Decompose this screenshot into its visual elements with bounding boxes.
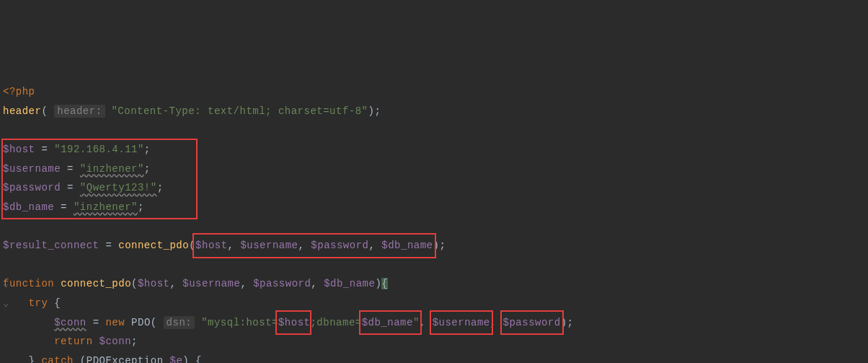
variable: $password: [311, 240, 368, 251]
blank-line: [3, 255, 865, 275]
string-literal: ": [413, 317, 420, 328]
keyword: catch: [41, 355, 74, 363]
variable: $password: [503, 317, 561, 328]
operator: =: [54, 201, 74, 213]
code-line: } catch (PDOException $e) {: [3, 351, 865, 363]
class-name: PDO: [131, 317, 151, 328]
variable: $username: [433, 317, 490, 328]
string-literal: ;dbname=: [310, 317, 361, 328]
paren: ): [375, 278, 381, 289]
variable: $db_name: [3, 201, 54, 213]
paren: (: [131, 278, 138, 289]
brace: {: [54, 297, 61, 309]
variable: $username: [3, 163, 61, 175]
comma: ,: [368, 240, 375, 251]
parameter: $username: [182, 278, 240, 289]
highlighted-var: $username: [433, 313, 490, 333]
comma: ,: [169, 278, 176, 289]
comma: ,: [228, 240, 234, 251]
code-line: <?php: [3, 82, 865, 102]
paren: (: [151, 317, 157, 328]
brace: {: [195, 355, 202, 363]
highlighted-var: $db_name: [362, 313, 413, 333]
highlighted-var: $password: [503, 313, 561, 333]
code-line: return $conn;: [3, 332, 865, 351]
semicolon: ;: [439, 240, 446, 251]
parameter: $host: [138, 278, 170, 289]
string-literal: "Content-Type: text/html; charset=utf-8": [111, 105, 368, 117]
function-call: header: [3, 105, 41, 117]
operator: =: [61, 182, 80, 193]
variable: $host: [195, 240, 228, 251]
variable: $password: [3, 182, 61, 193]
operator: =: [99, 240, 119, 251]
code-line: $password = "Qwerty123!";: [3, 178, 164, 198]
brace: }: [29, 355, 35, 363]
comma: ,: [298, 240, 305, 251]
function-name: connect_pdo: [61, 278, 131, 289]
param-hint: header:: [54, 105, 105, 118]
parameter: $password: [253, 278, 311, 289]
variable: $host: [3, 144, 35, 155]
operator: =: [61, 163, 80, 175]
code-line: $result_connect = connect_pdo($host, $us…: [3, 236, 446, 255]
variable: $e: [169, 355, 182, 363]
variable: $result_connect: [3, 240, 99, 251]
keyword: try: [29, 297, 48, 309]
comma: ,: [311, 278, 317, 289]
semicolon: ;: [144, 144, 151, 155]
fold-indicator[interactable]: ⌄: [3, 294, 9, 313]
comma: ,: [240, 278, 247, 289]
semicolon: ;: [131, 336, 138, 347]
code-line: ⌄ try {: [3, 294, 865, 313]
code-line: $host = "192.168.4.11";: [3, 140, 164, 159]
keyword: function: [3, 278, 54, 289]
semicolon: ;: [157, 182, 164, 193]
code-line: $username = "inzhener";: [3, 159, 164, 179]
paren: (: [41, 105, 48, 117]
variable: $conn: [99, 336, 132, 347]
keyword: return: [54, 336, 92, 347]
paren: ): [561, 317, 567, 328]
code-line: ⌄function connect_pdo($host, $username, …: [3, 274, 865, 294]
brace: {: [381, 278, 388, 289]
php-open-tag: <?php: [3, 86, 35, 97]
highlighted-var: $host: [278, 313, 311, 333]
semicolon: ;: [567, 317, 574, 328]
code-editor[interactable]: <?phpheader( header: "Content-Type: text…: [3, 82, 865, 363]
variable: $db_name: [362, 317, 413, 328]
string-literal: "inzhener": [80, 163, 144, 175]
string-literal: "192.168.4.11": [54, 144, 144, 155]
code-line: $conn = new PDO( dsn: "mysql:host=$host;…: [3, 313, 865, 333]
paren: ): [182, 355, 189, 363]
operator: =: [35, 144, 55, 155]
code-line: header( header: "Content-Type: text/html…: [3, 102, 865, 121]
string-literal: "Qwerty123!": [80, 182, 157, 193]
semicolon: ;: [144, 163, 151, 175]
blank-line: [3, 121, 865, 141]
highlighted-args: $host, $username, $password, $db_name: [195, 236, 433, 255]
comma: ,: [490, 317, 497, 328]
comma: ,: [420, 317, 426, 328]
variable: $db_name: [381, 240, 433, 251]
variable: $host: [278, 317, 311, 328]
keyword: new: [105, 317, 125, 328]
highlighted-block: $host = "192.168.4.11";$username = "inzh…: [3, 140, 164, 217]
paren: (: [80, 355, 87, 363]
param-hint: dsn:: [164, 316, 195, 329]
operator: =: [87, 317, 106, 328]
function-call: connect_pdo: [118, 240, 189, 251]
parameter: $db_name: [324, 278, 375, 289]
semicolon: ;: [138, 201, 144, 213]
string-literal: "mysql:host=: [201, 317, 278, 328]
variable: $conn: [54, 317, 87, 328]
fold-indicator[interactable]: ⌄: [3, 274, 9, 294]
semicolon: ;: [374, 105, 381, 117]
class-name: PDOException: [87, 355, 164, 363]
string-literal: "inzhener": [74, 201, 138, 213]
paren: (: [189, 240, 195, 251]
blank-line: [3, 217, 865, 237]
code-line: $db_name = "inzhener";: [3, 198, 164, 217]
variable: $username: [240, 240, 298, 251]
